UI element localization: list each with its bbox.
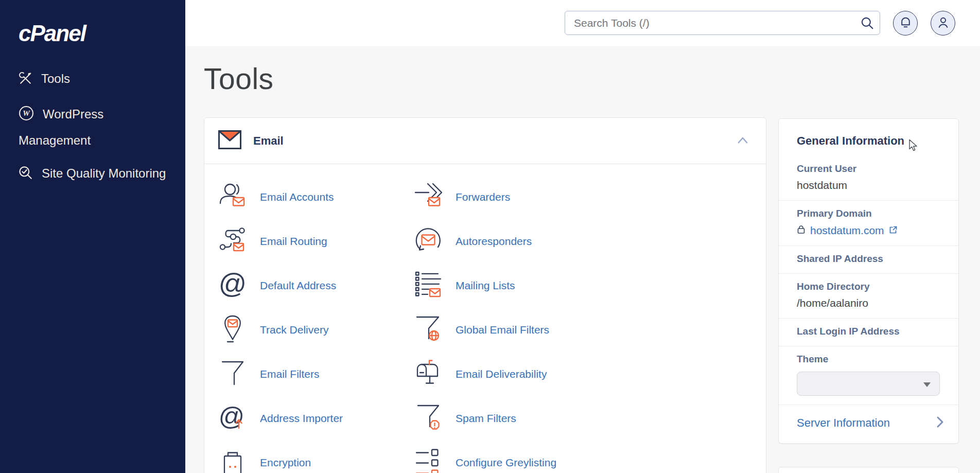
cpanel-app: cPanel Tools W WordPress Management [0, 0, 980, 473]
chevron-right-icon [936, 416, 944, 430]
current-user-value: hostdatum [797, 179, 943, 191]
top-header [185, 0, 980, 46]
configure-greylisting-icon [414, 447, 443, 473]
collapse-section-button[interactable] [735, 134, 750, 148]
last-login-ip-label: Last Login IP Address [797, 326, 943, 337]
user-icon [937, 16, 950, 31]
email-section-header[interactable]: Email [204, 118, 766, 164]
tool-link-label[interactable]: Global Email Filters [456, 324, 549, 336]
home-directory-value: /home/aalaniro [797, 297, 943, 309]
primary-domain-value[interactable]: hostdatum.com [810, 224, 884, 237]
search-input[interactable] [565, 11, 880, 35]
lock-icon [797, 224, 806, 237]
mailing-lists-icon [414, 270, 443, 301]
sidebar-item-site-quality-monitoring[interactable]: Site Quality Monitoring [0, 162, 185, 188]
tool-link-label[interactable]: Encryption [260, 457, 311, 469]
general-information-card: General Information Current User hostdat… [778, 118, 959, 444]
current-user-label: Current User [797, 163, 943, 174]
server-information-link[interactable]: Server Information [779, 405, 958, 443]
link-forwarders[interactable]: Forwarders [414, 182, 766, 213]
email-filters-icon [218, 359, 247, 390]
search-box [565, 11, 880, 35]
tool-link-label[interactable]: Autoresponders [456, 235, 532, 248]
link-email-deliverability[interactable]: Email Deliverability [414, 359, 766, 390]
email-routing-icon [218, 226, 247, 257]
link-global-email-filters[interactable]: Global Email Filters [414, 314, 766, 345]
tool-link-label[interactable]: Track Delivery [260, 324, 328, 336]
link-encryption[interactable]: Encryption [218, 447, 414, 473]
email-deliverability-icon [414, 359, 443, 390]
link-email-routing[interactable]: Email Routing [218, 226, 414, 257]
sidebar-item-label: Tools [41, 72, 70, 85]
forwarders-icon [414, 182, 443, 213]
tools-icon [19, 69, 32, 93]
email-accounts-icon [218, 182, 247, 213]
primary-domain-link[interactable]: hostdatum.com [797, 224, 943, 237]
sidebar: cPanel Tools W WordPress Management [0, 0, 185, 473]
link-email-accounts[interactable]: Email Accounts [218, 182, 414, 213]
autoresponders-icon [414, 226, 443, 257]
chevron-up-icon [737, 138, 748, 146]
svg-text:@: @ [219, 270, 247, 299]
sidebar-item-tools[interactable]: Tools [0, 67, 185, 93]
shared-ip-label: Shared IP Address [797, 253, 943, 265]
sidebar-item-wordpress-management[interactable]: W WordPress Management [0, 102, 185, 152]
tool-link-label[interactable]: Forwarders [456, 191, 510, 203]
email-envelope-icon [218, 130, 241, 151]
global-email-filters-icon [414, 314, 443, 345]
track-delivery-icon [218, 314, 247, 345]
link-mailing-lists[interactable]: Mailing Lists [414, 270, 766, 301]
spam-filters-icon [414, 403, 443, 434]
tool-link-label[interactable]: Email Routing [260, 235, 327, 248]
theme-select[interactable] [797, 372, 940, 396]
tool-link-label[interactable]: Email Filters [260, 368, 320, 380]
search-icon[interactable] [861, 16, 874, 30]
tool-link-label[interactable]: Default Address [260, 279, 336, 292]
row-primary-domain: Primary Domain hostdatum.com [779, 200, 958, 246]
link-track-delivery[interactable]: Track Delivery [218, 314, 414, 345]
general-information-title: General Information [779, 119, 958, 156]
tool-link-label[interactable]: Mailing Lists [456, 279, 515, 292]
encryption-icon [218, 447, 247, 473]
main-content: Tools Email [185, 46, 980, 473]
server-information-label[interactable]: Server Information [797, 416, 890, 430]
account-button[interactable] [931, 11, 955, 36]
wordpress-icon: W [19, 105, 34, 129]
link-address-importer[interactable]: @ Address Importer [218, 403, 414, 434]
email-section-card: Email Email Accounts [204, 117, 766, 473]
dropdown-arrow-icon [923, 382, 931, 387]
tool-link-label[interactable]: Address Importer [260, 412, 343, 425]
email-section-title: Email [253, 134, 735, 148]
link-default-address[interactable]: @ Default Address [218, 270, 414, 301]
external-link-icon [889, 224, 898, 237]
link-configure-greylisting[interactable]: Configure Greylisting [414, 447, 766, 473]
link-email-filters[interactable]: Email Filters [218, 359, 414, 390]
bell-icon [899, 16, 912, 31]
svg-text:W: W [23, 109, 30, 117]
tool-link-label[interactable]: Spam Filters [456, 412, 516, 425]
row-last-login-ip: Last Login IP Address [779, 318, 958, 346]
row-shared-ip: Shared IP Address [779, 246, 958, 273]
theme-label: Theme [797, 354, 943, 365]
tool-link-label[interactable]: Email Accounts [260, 191, 334, 203]
row-home-directory: Home Directory /home/aalaniro [779, 273, 958, 318]
notifications-button[interactable] [893, 11, 918, 36]
email-links-grid: Email Accounts Forwarders [218, 175, 766, 473]
svg-text:@: @ [219, 403, 245, 431]
link-spam-filters[interactable]: Spam Filters [414, 403, 766, 434]
next-section-card [778, 467, 959, 473]
page-title: Tools [204, 62, 274, 96]
tool-link-label[interactable]: Configure Greylisting [456, 457, 556, 469]
primary-domain-label: Primary Domain [797, 208, 943, 219]
row-theme: Theme [779, 346, 958, 405]
home-directory-label: Home Directory [797, 281, 943, 292]
sidebar-item-label: Site Quality Monitoring [42, 166, 166, 180]
link-autoresponders[interactable]: Autoresponders [414, 226, 766, 257]
address-importer-icon: @ [218, 403, 247, 434]
row-current-user: Current User hostdatum [779, 156, 958, 200]
tool-link-label[interactable]: Email Deliverability [456, 368, 547, 380]
cpanel-logo[interactable]: cPanel [19, 21, 185, 46]
site-quality-check-icon [19, 164, 33, 188]
default-address-icon: @ [218, 270, 247, 301]
